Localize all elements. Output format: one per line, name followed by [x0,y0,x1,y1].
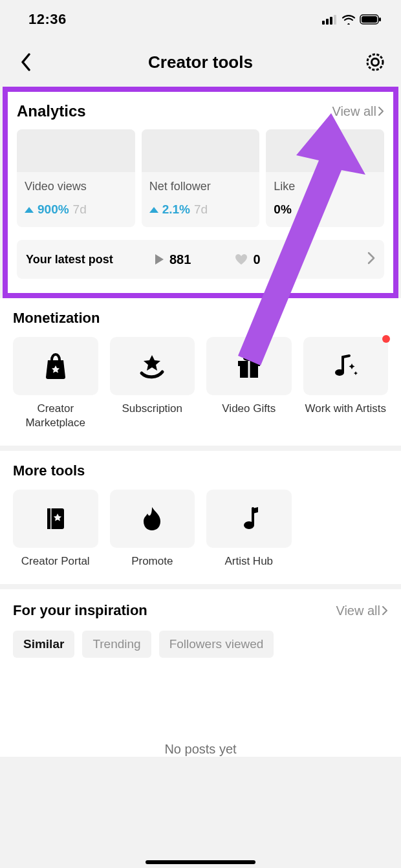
status-time: 12:36 [28,11,67,28]
tile-label: Work with Artists [303,402,389,416]
tile-video-gifts[interactable]: Video Gifts [206,337,292,430]
tile-creator-marketplace[interactable]: Creator Marketplace [13,337,98,430]
analytics-stat-cards: Video views 900% 7d Net follower 2.1% 7d [17,129,384,227]
stat-value: 900% [38,202,69,217]
tile-subscription[interactable]: Subscription [110,337,195,430]
more-tools-section: More tools Creator Portal Promote Artist… [0,451,401,584]
stat-chart-placeholder [142,129,260,172]
chevron-right-icon [378,106,384,116]
monetization-title: Monetization [13,310,388,327]
inspiration-title: For your inspiration [13,602,147,619]
page-header: Creator tools [0,39,401,85]
inspiration-section: For your inspiration View all Similar Tr… [0,589,401,757]
monetization-section: Monetization Creator Marketplace Subscri… [0,298,401,446]
chevron-left-icon [20,53,32,71]
stat-chart-placeholder [266,129,384,172]
svg-rect-2 [330,17,332,25]
stat-period: 7d [194,202,208,217]
gear-icon [365,52,385,72]
chevron-right-icon [367,252,375,267]
svg-point-8 [372,59,379,66]
battery-icon [360,14,382,25]
stat-label: Video views [25,180,127,193]
analytics-title: Analytics [17,102,86,120]
stat-period: 7d [73,202,87,217]
view-all-label: View all [332,104,376,119]
page-title: Creator tools [148,52,253,72]
cellular-icon [322,14,338,25]
svg-rect-1 [326,19,329,25]
tab-trending[interactable]: Trending [82,631,151,658]
svg-rect-6 [379,17,381,21]
more-tools-title: More tools [13,462,388,479]
svg-rect-5 [362,16,377,23]
tile-label: Subscription [110,402,195,416]
tab-similar[interactable]: Similar [13,631,74,658]
latest-post-plays: 881 [154,252,191,267]
notification-dot-icon [382,335,390,343]
stat-card-video-views[interactable]: Video views 900% 7d [17,129,135,227]
music-sparkle-icon [331,353,360,379]
shopping-bag-icon [43,353,69,380]
play-icon [154,254,164,265]
latest-post-label: Your latest post [26,253,142,266]
trend-up-icon [25,207,34,213]
home-indicator[interactable] [146,860,255,864]
stat-label: Like [274,180,376,193]
svg-rect-0 [322,21,325,25]
more-tools-tiles: Creator Portal Promote Artist Hub [13,490,388,569]
svg-rect-18 [50,508,52,529]
tile-label: Artist Hub [206,554,292,569]
tile-artist-hub[interactable]: Artist Hub [206,490,292,569]
tile-creator-portal[interactable]: Creator Portal [13,490,98,569]
book-star-icon [43,506,68,532]
tab-followers-viewed[interactable]: Followers viewed [159,631,274,658]
wifi-icon [341,14,356,25]
stat-value: 0% [274,202,291,217]
latest-post-row[interactable]: Your latest post 881 0 [17,240,384,279]
monetization-tiles: Creator Marketplace Subscription Video G… [13,337,388,430]
analytics-section: Analytics View all Video views 900% 7d N… [3,87,398,298]
inspiration-empty-text: No posts yet [13,742,388,757]
plays-value: 881 [169,252,191,267]
inspiration-tabs: Similar Trending Followers viewed [13,631,388,658]
music-note-icon [237,506,261,532]
svg-rect-17 [47,508,50,529]
chevron-right-icon [382,605,388,616]
status-icons [322,14,382,25]
tile-label: Video Gifts [206,402,292,416]
stat-value: 2.1% [162,202,190,217]
heart-icon [235,254,248,265]
stat-card-like[interactable]: Like 0% [266,129,384,227]
latest-post-likes: 0 [235,252,260,267]
tile-label: Promote [110,554,195,569]
back-button[interactable] [13,49,39,75]
svg-rect-3 [334,15,336,25]
stat-label: Net follower [149,180,252,193]
view-all-label: View all [336,603,380,618]
inspiration-view-all[interactable]: View all [336,603,388,618]
svg-point-7 [367,54,383,70]
gift-icon [235,353,263,379]
trend-up-icon [149,207,158,213]
tile-promote[interactable]: Promote [110,490,195,569]
tile-label: Creator Marketplace [13,402,98,430]
analytics-view-all[interactable]: View all [332,104,384,119]
flame-icon [141,506,163,532]
stat-card-net-follower[interactable]: Net follower 2.1% 7d [142,129,260,227]
settings-button[interactable] [362,49,388,75]
star-swoosh-icon [138,353,166,380]
status-bar: 12:36 [0,0,401,39]
likes-value: 0 [253,252,260,267]
svg-point-15 [335,369,344,376]
tile-label: Creator Portal [13,554,98,569]
tile-work-with-artists[interactable]: Work with Artists [303,337,389,430]
svg-point-19 [244,521,254,529]
stat-chart-placeholder [17,129,135,172]
analytics-header-row: Analytics View all [17,100,384,129]
